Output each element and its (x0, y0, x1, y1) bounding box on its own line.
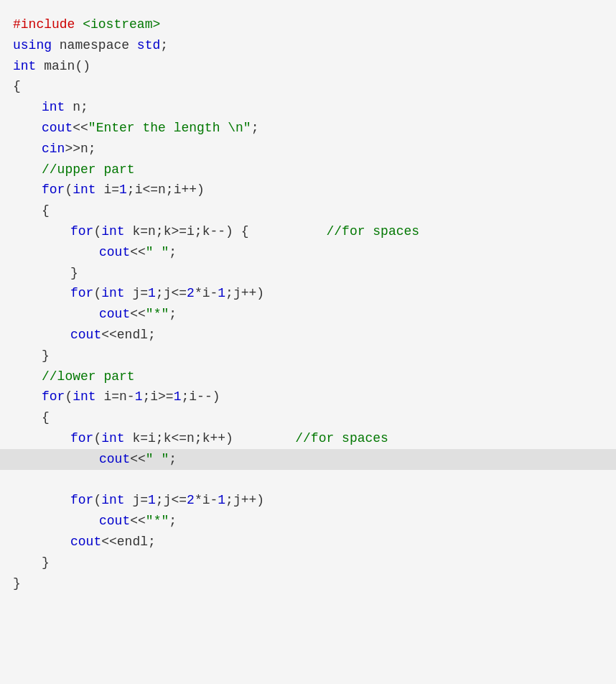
code-content: using namespace std; (13, 35, 168, 56)
token: } (70, 266, 78, 280)
code-content: cout<<"Enter the length \n"; (13, 118, 258, 139)
token: std (137, 38, 160, 52)
token: ; (251, 121, 259, 135)
code-content: } (13, 553, 50, 573)
token: cout (70, 328, 101, 342)
token: << (130, 514, 146, 528)
token: <<endl; (101, 328, 156, 342)
token: ;j++) (225, 286, 264, 300)
token: { (13, 79, 21, 93)
code-line: { (0, 76, 616, 97)
code-line: cout<<" "; (0, 449, 616, 470)
token: ( (65, 182, 73, 197)
token: 2 (187, 493, 195, 507)
token: 1 (135, 389, 143, 404)
token: ( (93, 493, 101, 507)
token: for (70, 493, 93, 507)
token: ;i<=n;i++) (127, 182, 205, 197)
token: ;i--) (181, 389, 220, 404)
token: ; (169, 245, 177, 259)
token: 1 (218, 493, 225, 507)
code-line: } (0, 263, 616, 284)
token: #include (13, 17, 83, 32)
token: int (101, 431, 124, 445)
token: i= (96, 182, 119, 197)
code-content: cin>>n; (13, 139, 96, 160)
token: k=n;k>=i;k--) { (125, 224, 249, 239)
code-content: //lower part (13, 366, 135, 387)
token: 2 (187, 286, 195, 300)
token: cout (99, 245, 130, 259)
code-line: for(int j=1;j<=2*i-1;j++) (0, 490, 616, 511)
token: int (13, 59, 36, 73)
code-line: //lower part (0, 366, 616, 387)
code-content: cout<<"*"; (13, 511, 177, 532)
token: "*" (146, 307, 169, 321)
token: ( (93, 431, 101, 445)
code-content: cout<<"*"; (13, 304, 177, 325)
token: } (42, 348, 50, 363)
code-line: } (0, 573, 616, 594)
code-content: } (13, 263, 78, 284)
code-line: cout<<"*"; (0, 511, 616, 532)
token: "*" (146, 514, 169, 528)
code-content: { (13, 200, 50, 221)
code-line: cin>>n; (0, 139, 616, 160)
code-line: for(int k=n;k>=i;k--) { //for spaces (0, 221, 616, 242)
code-line: cout<<" "; (0, 242, 616, 263)
code-content: //upper part (13, 160, 135, 180)
token: n; (65, 100, 88, 114)
token: ( (93, 286, 101, 300)
code-content: for(int j=1;j<=2*i-1;j++) (13, 283, 264, 304)
token: for (70, 286, 93, 300)
code-line: { (0, 200, 616, 221)
token: <<endl; (101, 535, 156, 549)
token: *i- (195, 286, 218, 300)
token: //for spaces (248, 224, 419, 239)
token: ( (65, 389, 73, 404)
code-content: cout<<endl; (13, 325, 156, 346)
token: k=i;k<=n;k++) (125, 431, 296, 445)
code-line: { (0, 407, 616, 428)
code-content: cout<<endl; (13, 532, 156, 553)
code-content: } (13, 346, 50, 366)
code-line: cout<<endl; (0, 325, 616, 346)
token: <iostream> (83, 17, 160, 32)
token: ;j<= (156, 493, 187, 507)
token: ( (93, 224, 101, 239)
code-line: #include <iostream> (0, 14, 616, 35)
token: cout (99, 452, 130, 466)
token: cout (99, 307, 130, 321)
code-line: using namespace std; (0, 35, 616, 56)
code-content: for(int k=n;k>=i;k--) { //for spaces (13, 221, 419, 242)
code-line (0, 470, 616, 491)
token: " " (146, 452, 169, 466)
token: j= (125, 286, 148, 300)
code-content: } (13, 573, 21, 594)
code-line: int main() (0, 56, 616, 77)
code-line: for(int k=i;k<=n;k++) //for spaces (0, 428, 616, 449)
token: cout (42, 121, 73, 135)
token: //for spaces (295, 431, 388, 445)
token: j= (125, 493, 148, 507)
token: << (130, 307, 146, 321)
code-line: for(int i=n-1;i>=1;i--) (0, 387, 616, 407)
code-content: cout<<" "; (13, 449, 177, 470)
code-content: for(int i=1;i<=n;i++) (13, 180, 205, 200)
token: *i- (195, 493, 218, 507)
code-content: int main() (13, 56, 90, 77)
token: ;j<= (156, 286, 187, 300)
token: int (101, 286, 124, 300)
code-content: int n; (13, 97, 88, 118)
token: int (73, 389, 95, 404)
code-content: { (13, 76, 21, 97)
code-content: for(int i=n-1;i>=1;i--) (13, 387, 220, 407)
token: { (42, 410, 50, 425)
code-content: cout<<" "; (13, 242, 177, 263)
code-line: //upper part (0, 160, 616, 180)
token: cin (42, 142, 65, 156)
token: ;j++) (225, 493, 264, 507)
code-line: int n; (0, 97, 616, 118)
token: int (73, 182, 95, 197)
token: cout (99, 514, 130, 528)
